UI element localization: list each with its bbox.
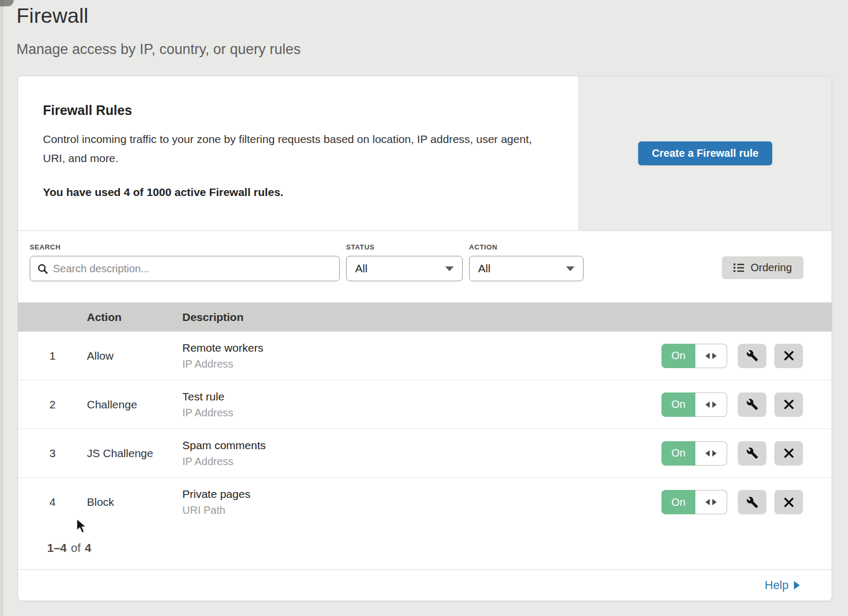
toggle-handle[interactable] (695, 441, 727, 466)
table-row: 2 Challenge Test rule IP Address On (18, 380, 832, 429)
rule-description: Remote workers (182, 342, 661, 354)
rule-action: Challenge (87, 398, 182, 411)
toggle-handle[interactable] (695, 344, 727, 368)
rule-enabled-toggle[interactable]: On (661, 392, 727, 417)
firewall-rules-card: Firewall Rules Control incoming traffic … (17, 76, 832, 601)
triangle-right-icon (712, 499, 717, 505)
rule-description: Private pages (182, 488, 661, 501)
toggle-on-label: On (661, 344, 695, 368)
x-icon (784, 497, 794, 507)
toggle-handle[interactable] (695, 392, 727, 417)
page-header: Firewall Manage access by IP, country, o… (0, 0, 848, 58)
x-icon (784, 351, 794, 361)
action-select[interactable]: All (469, 256, 584, 281)
delete-rule-button[interactable] (774, 490, 803, 514)
delete-rule-button[interactable] (774, 392, 803, 417)
status-filter-group: STATUS All (346, 243, 463, 281)
pagination-separator: of (71, 541, 81, 555)
table-row: 4 Block Private pages URI Path On (18, 478, 832, 526)
toggle-on-label: On (661, 441, 695, 466)
rule-field: IP Address (182, 358, 661, 370)
rule-priority: 3 (18, 447, 87, 460)
pagination-total: 4 (85, 541, 91, 555)
toggle-handle[interactable] (695, 490, 727, 514)
create-firewall-rule-button[interactable]: Create a Firewall rule (638, 141, 772, 165)
description-column-header: Description (182, 311, 832, 324)
edit-rule-button[interactable] (738, 392, 766, 417)
rule-enabled-toggle[interactable]: On (661, 441, 727, 466)
search-box[interactable] (30, 256, 340, 281)
wrench-icon (746, 496, 758, 508)
rule-description: Test rule (182, 390, 661, 403)
delete-rule-button[interactable] (774, 441, 803, 466)
overview-heading: Firewall Rules (43, 103, 546, 118)
rule-priority: 4 (18, 496, 87, 508)
edit-rule-button[interactable] (738, 490, 766, 514)
delete-rule-button[interactable] (774, 344, 803, 368)
overview-section: Firewall Rules Control incoming traffic … (18, 76, 832, 231)
x-icon (784, 448, 794, 458)
usage-summary: You have used 4 of 1000 active Firewall … (43, 186, 546, 199)
search-filter-group: SEARCH (30, 243, 340, 281)
rule-action: Block (87, 496, 182, 508)
ordering-button[interactable]: Ordering (722, 256, 803, 279)
action-label: ACTION (469, 243, 584, 251)
chevron-down-icon (445, 266, 454, 271)
rule-action: JS Challenge (87, 447, 182, 460)
rule-controls: On (661, 392, 832, 417)
toggle-on-label: On (661, 392, 695, 417)
overview-description: Control incoming traffic to your zone by… (43, 130, 546, 168)
overview-cta-panel: Create a Firewall rule (578, 76, 832, 230)
page-subtitle: Manage access by IP, country, or query r… (16, 41, 848, 58)
action-column-header: Action (87, 311, 182, 324)
search-label: SEARCH (30, 243, 340, 251)
rule-enabled-toggle[interactable]: On (661, 490, 727, 514)
triangle-left-icon (705, 401, 710, 408)
action-select-value: All (478, 262, 490, 275)
rule-priority: 2 (18, 398, 87, 411)
filters-bar: SEARCH STATUS All ACTION All (18, 231, 832, 302)
action-filter-group: ACTION All (469, 243, 584, 281)
list-ordering-icon (734, 263, 744, 272)
ordering-button-label: Ordering (750, 262, 792, 274)
rule-enabled-toggle[interactable]: On (661, 344, 727, 368)
rule-action: Allow (87, 350, 182, 362)
wrench-icon (746, 398, 758, 410)
rule-field: URI Path (182, 504, 661, 516)
overview-text: Firewall Rules Control incoming traffic … (18, 76, 578, 230)
search-icon (38, 264, 48, 274)
card-footer: Help (18, 570, 832, 601)
x-icon (784, 399, 794, 409)
pagination: 1–4 of 4 (18, 526, 832, 570)
edit-rule-button[interactable] (738, 344, 766, 368)
help-link[interactable]: Help (765, 578, 800, 592)
status-select-value: All (355, 262, 367, 275)
rule-field: IP Address (182, 456, 661, 468)
rule-field: IP Address (182, 407, 661, 419)
search-input[interactable] (53, 263, 332, 275)
page-title: Firewall (16, 4, 848, 28)
triangle-left-icon (705, 499, 710, 505)
status-label: STATUS (346, 243, 463, 251)
edit-rule-button[interactable] (738, 441, 766, 466)
table-row: 3 JS Challenge Spam comments IP Address … (18, 429, 832, 478)
toggle-on-label: On (661, 490, 695, 514)
rule-controls: On (661, 344, 832, 368)
table-row: 1 Allow Remote workers IP Address On (18, 332, 832, 380)
triangle-right-icon (712, 401, 717, 408)
pagination-range: 1–4 (47, 541, 67, 555)
window-edge (0, 0, 3, 616)
rule-priority: 1 (18, 350, 87, 362)
wrench-icon (746, 447, 758, 459)
triangle-right-icon (712, 353, 717, 359)
status-select[interactable]: All (346, 256, 463, 281)
table-header: Action Description (18, 302, 832, 332)
rule-description: Spam comments (182, 439, 661, 452)
help-link-label: Help (765, 578, 789, 592)
arrow-right-icon (794, 581, 800, 590)
chevron-down-icon (566, 266, 575, 271)
triangle-left-icon (705, 353, 710, 359)
triangle-left-icon (705, 450, 710, 457)
wrench-icon (746, 350, 758, 362)
rule-controls: On (661, 490, 832, 514)
